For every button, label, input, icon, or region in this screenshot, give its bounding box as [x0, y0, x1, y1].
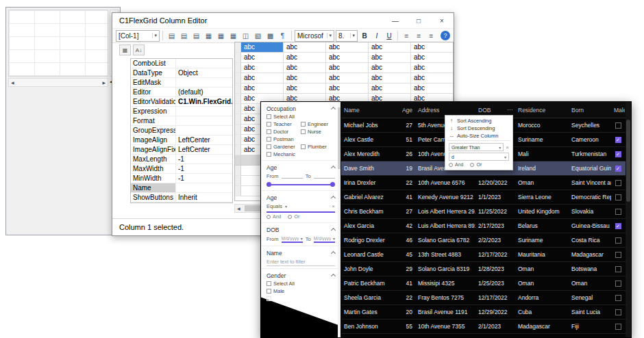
property-value[interactable]	[176, 126, 232, 135]
preview-cell[interactable]: abc	[284, 83, 326, 94]
chevron-up-icon[interactable]	[331, 228, 336, 233]
value-combo[interactable]: d ▾	[449, 153, 509, 161]
titlebar[interactable]: C1FlexGrid Column Editor — □ ×	[112, 13, 454, 28]
align-center-icon[interactable]: ▤	[178, 30, 190, 41]
scrollbar-thumb[interactable]	[338, 107, 340, 169]
freeze-panes-icon[interactable]: ▧	[252, 30, 264, 41]
male-checkbox[interactable]: ✓	[615, 151, 621, 157]
font-size-combo[interactable]: 8. ▾	[336, 30, 358, 42]
text-align-left-icon[interactable]: ≡	[401, 30, 412, 41]
section-header[interactable]: Age	[267, 163, 335, 172]
preview-cell[interactable]: abc	[369, 42, 411, 53]
filter-checkbox-select-all[interactable]: Select All	[267, 114, 335, 120]
slider-thumb-max[interactable]	[330, 182, 335, 187]
filter-checkbox-female[interactable]: Female	[267, 296, 335, 302]
male-checkbox[interactable]: ✓	[615, 223, 621, 229]
help-icon[interactable]: ?	[441, 31, 450, 40]
wrap-text-icon[interactable]: ▩	[264, 30, 276, 41]
male-checkbox[interactable]	[615, 209, 621, 215]
filter-checkbox-select-all[interactable]: Select All	[267, 281, 335, 287]
property-row[interactable]: GroupExpressio	[131, 126, 232, 135]
preview-cell[interactable]: abc	[241, 42, 284, 53]
preview-cell[interactable]: abc	[284, 63, 326, 73]
preview-cell[interactable]: abc	[411, 63, 454, 73]
preview-cell[interactable]: abc	[241, 73, 284, 83]
male-checkbox[interactable]	[615, 309, 621, 315]
chevron-up-icon[interactable]	[331, 196, 336, 200]
property-row[interactable]: EditMask	[131, 78, 232, 88]
male-checkbox[interactable]	[615, 252, 621, 258]
property-row[interactable]: Name	[131, 183, 232, 193]
filter-checkbox-gardener[interactable]: Gardener	[267, 144, 301, 150]
chevron-up-icon[interactable]	[331, 274, 336, 278]
dob-to-input[interactable]: M/d/yyyy ▾	[314, 235, 335, 243]
menu-item-auto-size-column[interactable]: ↔Auto-Size Column	[445, 132, 512, 140]
close-button[interactable]: ×	[430, 13, 454, 28]
underline-button[interactable]: U	[384, 30, 395, 41]
clear-filter-icon[interactable]: ×	[332, 203, 335, 209]
male-checkbox[interactable]	[615, 237, 621, 244]
filter-icon[interactable]: ⋯	[507, 107, 512, 113]
data-row[interactable]: Sheela Garcia22Fray Bentos 727512/17/202…	[341, 291, 626, 305]
bold-button[interactable]: B	[359, 30, 370, 41]
property-row[interactable]: MaxWidth-1	[131, 164, 232, 174]
male-checkbox[interactable]	[615, 324, 621, 330]
menu-item-sort-descending[interactable]: ↓Sort Descending	[445, 125, 512, 132]
merge-cells-icon[interactable]: ◫	[240, 30, 251, 41]
preview-cell[interactable]: abc	[411, 42, 454, 53]
property-value[interactable]: -1	[176, 164, 232, 173]
preview-cell[interactable]: abc	[369, 83, 411, 94]
preview-cell[interactable]: abc	[369, 63, 411, 73]
column-header-born[interactable]: Born	[569, 107, 611, 114]
pilcrow-icon[interactable]: ¶	[277, 30, 288, 41]
male-checkbox[interactable]	[615, 194, 621, 200]
section-header[interactable]: Name	[267, 248, 335, 257]
property-value[interactable]: (default)	[176, 88, 232, 96]
property-value[interactable]: C1.Win.FlexGrid.	[176, 97, 232, 106]
column-header-age[interactable]: Age	[392, 107, 415, 114]
property-row[interactable]: Expression	[131, 107, 232, 116]
or-radio[interactable]: Or	[470, 162, 482, 167]
text-align-center-icon[interactable]: ≡	[413, 30, 425, 41]
horizontal-scrollbar[interactable]: ◀ ▶	[8, 78, 108, 87]
property-row[interactable]: ImageAlignLeftCenter	[131, 135, 232, 145]
filter-checkbox-teacher[interactable]: Teacher	[267, 121, 301, 127]
dob-from-input[interactable]: M/d/yyyy ▾	[282, 235, 303, 243]
property-value[interactable]	[176, 107, 232, 116]
preview-cell[interactable]: abc	[284, 53, 326, 63]
property-value[interactable]: Inherit	[176, 193, 232, 202]
filter-checkbox-plumber[interactable]: Plumber	[301, 144, 335, 150]
filter-panel-scrollbar[interactable]	[338, 102, 340, 337]
property-value[interactable]: -1	[176, 155, 232, 164]
align-right-icon[interactable]: ▤	[190, 30, 202, 41]
property-value[interactable]: Object	[176, 68, 232, 77]
menu-item-sort-ascending[interactable]: ↑Sort Ascending	[445, 117, 512, 125]
filter-checkbox-mechanic[interactable]: Mechanic	[267, 151, 335, 157]
preview-cell[interactable]: abc	[411, 83, 454, 94]
property-row[interactable]: ImageAlignFixLeftCenter	[131, 145, 232, 155]
font-name-combo[interactable]: Microsof ▾	[295, 30, 334, 42]
column-selector-combo[interactable]: [Col-1] ▾	[116, 30, 160, 42]
filter-checkbox-postman[interactable]: Postman	[267, 136, 335, 142]
preview-cell[interactable]: abc	[326, 42, 369, 53]
property-row[interactable]: EditorValidatioC1.Win.FlexGrid.	[131, 97, 232, 107]
align-left-icon[interactable]: ▤	[166, 30, 177, 41]
categorized-icon[interactable]: ▦	[119, 44, 131, 55]
name-filter-input[interactable]: Enter text to filter	[267, 257, 335, 266]
property-value[interactable]	[176, 116, 232, 125]
maximize-button[interactable]: □	[407, 13, 430, 28]
and-radio[interactable]: And	[267, 214, 281, 219]
chevron-up-icon[interactable]	[331, 166, 336, 170]
property-row[interactable]: MaxLength-1	[131, 155, 232, 164]
scrollbar-thumb[interactable]	[626, 120, 630, 202]
data-row[interactable]: Rodrigo Drexler46Solano Garcia 67822/2/2…	[341, 233, 626, 248]
background-grid[interactable]	[8, 10, 108, 77]
data-row[interactable]: Gabriel Alvarez41Kenedy Avenue 92121/1/2…	[341, 190, 626, 205]
property-value[interactable]	[176, 59, 232, 68]
data-row[interactable]: Alex Garcia42Luis Albert Herrera 89172/1…	[341, 219, 626, 233]
borders-all-icon[interactable]: ▦	[203, 30, 214, 41]
data-row[interactable]: Irina Drexler2210th Avenue 657612/20/202…	[341, 176, 626, 190]
property-row[interactable]: Format	[131, 116, 232, 126]
data-row[interactable]: Ben Johnson5510th Avenue 73552/1/2023Mad…	[341, 320, 626, 334]
clear-filter-icon[interactable]: ×	[506, 144, 509, 151]
